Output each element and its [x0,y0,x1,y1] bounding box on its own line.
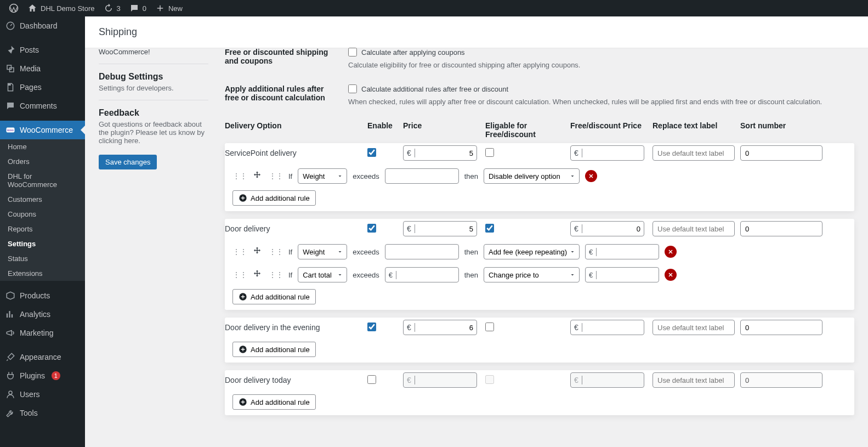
submenu-status[interactable]: Status [0,251,85,266]
updates-link[interactable]: 3 [99,0,125,16]
label-input[interactable] [653,221,735,236]
site-link[interactable]: DHL Demo Store [23,0,99,16]
label-input[interactable] [653,145,735,161]
rule-row: ⋮⋮ ⋮⋮ If WeightCart total exceeds kg the… [225,166,854,186]
rule-action-value-field[interactable] [597,271,659,279]
sidebar-item-comments[interactable]: Comments [0,97,85,115]
rule-value-input[interactable]: kg [385,168,459,184]
enable-checkbox[interactable] [367,224,376,233]
rule-action-value-field[interactable] [597,248,659,256]
submenu-reports[interactable]: Reports [0,222,85,236]
user-icon [5,389,15,399]
price-input[interactable]: € [403,320,477,335]
sort-input[interactable] [740,221,822,236]
sidebar-label: Tools [20,409,38,417]
free-price-input[interactable]: € [570,372,644,388]
price-input[interactable]: € [403,221,477,236]
sidebar-item-users[interactable]: Users [0,385,85,404]
enable-checkbox[interactable] [367,148,376,157]
move-icon[interactable] [252,171,263,182]
price-field[interactable] [415,373,476,387]
condition-select[interactable]: WeightCart total [298,267,347,282]
sidebar-item-media[interactable]: Media [0,59,85,78]
drag-handle-icon[interactable]: ⋮⋮ [269,270,283,279]
delete-rule-button[interactable] [665,269,677,281]
action-select[interactable]: Disable delivery optionAdd fee (keep rep… [484,267,580,282]
new-label: New [168,4,183,13]
free-price-input[interactable]: € [570,320,644,335]
free-price-field[interactable] [582,146,644,160]
sort-input[interactable] [740,320,822,335]
move-icon[interactable] [252,246,263,257]
action-select[interactable]: Disable delivery optionAdd fee (keep rep… [484,168,580,184]
label-input[interactable] [653,320,735,335]
sidebar-item-posts[interactable]: Posts [0,41,85,59]
sidebar-item-woocommerce[interactable]: wooWooCommerce [0,121,85,139]
sidebar-item-marketing[interactable]: Marketing [0,324,85,342]
price-input[interactable]: € [403,145,477,161]
free-price-input[interactable]: € [570,221,644,236]
submenu-extensions[interactable]: Extensions [0,266,85,281]
eligible-checkbox[interactable] [485,375,494,384]
sidebar-item-products[interactable]: Products [0,286,85,305]
rule-value-field[interactable] [396,271,459,279]
action-select[interactable]: Disable delivery optionAdd fee (keep rep… [484,244,580,259]
rule-value-input[interactable]: € [385,267,459,282]
drag-handle-icon[interactable]: ⋮⋮ [269,247,283,256]
sidebar-item-analytics[interactable]: Analytics [0,305,85,324]
wp-logo[interactable] [4,0,23,16]
rules-checkbox[interactable] [348,84,357,93]
submenu-coupons[interactable]: Coupons [0,207,85,222]
drag-handle-icon[interactable]: ⋮⋮ [232,247,247,256]
condition-select[interactable]: WeightCart total [298,244,347,259]
coupons-checkbox[interactable] [348,48,357,56]
free-price-field[interactable] [582,320,644,335]
rule-action-value-input[interactable]: € [585,244,659,259]
rule-value-input[interactable]: kg [385,244,459,259]
save-button[interactable]: Save changes [99,155,157,169]
eligible-checkbox[interactable] [485,148,494,157]
price-input[interactable]: € [403,372,477,388]
drag-handle-icon[interactable]: ⋮⋮ [232,172,247,180]
submenu-customers[interactable]: Customers [0,192,85,207]
delete-rule-button[interactable] [585,170,597,182]
free-price-field[interactable] [582,222,644,236]
sort-input[interactable] [740,145,822,161]
add-rule-button[interactable]: Add additional rule [232,190,316,206]
rule-action-value-input[interactable]: € [585,267,659,282]
sidebar-item-dashboard[interactable]: Dashboard [0,16,85,35]
add-rule-button[interactable]: Add additional rule [232,342,316,357]
condition-select[interactable]: WeightCart total [298,168,347,184]
free-price-field[interactable] [582,373,644,387]
drag-handle-icon[interactable]: ⋮⋮ [232,270,247,279]
sidebar-item-tools[interactable]: Tools [0,404,85,422]
sidebar-item-plugins[interactable]: Plugins1 [0,366,85,385]
drag-handle-icon[interactable]: ⋮⋮ [269,172,283,180]
delete-rule-button[interactable] [665,246,677,258]
submenu-settings[interactable]: Settings [0,236,85,251]
rule-value-field[interactable] [385,248,459,256]
sidebar-item-appearance[interactable]: Appearance [0,348,85,366]
rule-value-field[interactable] [385,172,459,180]
new-content-link[interactable]: New [151,0,187,16]
submenu-home[interactable]: Home [0,139,85,154]
submenu-orders[interactable]: Orders [0,154,85,169]
label-input[interactable] [653,372,735,388]
submenu-dhl[interactable]: DHL for WooCommerce [0,169,85,192]
eligible-checkbox[interactable] [485,322,494,331]
price-field[interactable] [415,146,476,160]
add-rule-button[interactable]: Add additional rule [232,289,316,304]
free-price-input[interactable]: € [570,145,644,161]
price-field[interactable] [415,222,476,236]
comments-link[interactable]: 0 [125,0,151,16]
submenu-label: Settings [8,240,36,248]
eligible-checkbox[interactable] [485,224,494,233]
move-icon[interactable] [252,269,263,280]
add-rule-button[interactable]: Add additional rule [232,394,316,410]
currency-symbol: € [571,149,582,157]
enable-checkbox[interactable] [367,322,376,331]
sort-input[interactable] [740,372,822,388]
price-field[interactable] [415,320,476,335]
enable-checkbox[interactable] [367,375,376,384]
sidebar-item-pages[interactable]: Pages [0,78,85,97]
